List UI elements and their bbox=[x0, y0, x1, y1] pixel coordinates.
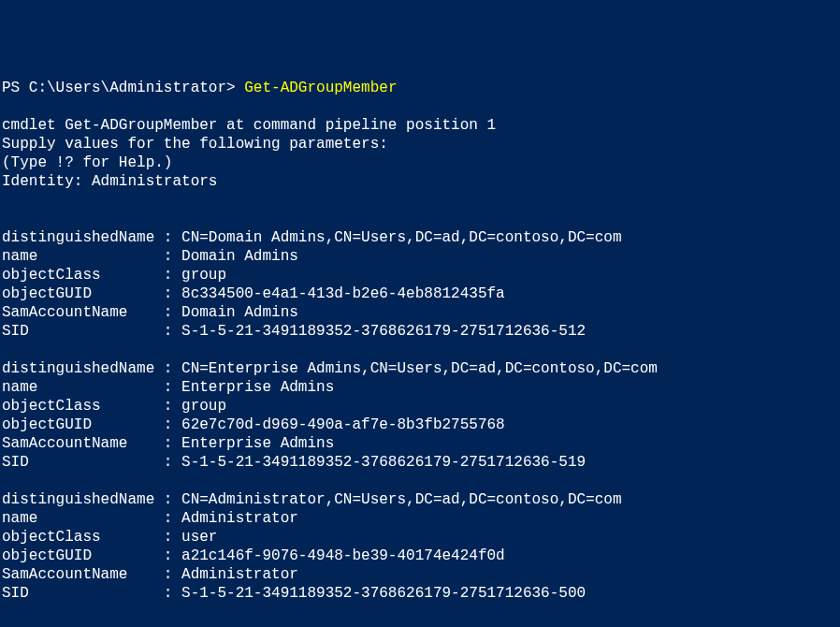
output-header-4: Identity: Administrators bbox=[2, 173, 217, 190]
command-text: Get-ADGroupMember bbox=[244, 80, 397, 96]
terminal-content[interactable]: PS C:\Users\Administrator> Get-ADGroupMe… bbox=[2, 79, 838, 627]
output-header-2: Supply values for the following paramete… bbox=[2, 136, 388, 153]
record-field: SID : S-1-5-21-3491189352-3768626179-275… bbox=[2, 585, 586, 602]
record-field: name : Domain Admins bbox=[2, 248, 298, 265]
record-field: objectGUID : a21c146f-9076-4948-be39-401… bbox=[2, 547, 505, 564]
record-field: SamAccountName : Domain Admins bbox=[2, 304, 298, 321]
output-header-3: (Type !? for Help.) bbox=[2, 154, 172, 171]
output-header-1: cmdlet Get-ADGroupMember at command pipe… bbox=[2, 117, 496, 134]
record-field: objectClass : user bbox=[2, 529, 217, 546]
record-field: SID : S-1-5-21-3491189352-3768626179-275… bbox=[2, 454, 586, 471]
record-field: distinguishedName : CN=Enterprise Admins… bbox=[2, 360, 658, 377]
record-field: name : Administrator bbox=[2, 510, 298, 527]
record-field: objectClass : group bbox=[2, 398, 226, 415]
command-line-1: PS C:\Users\Administrator> Get-ADGroupMe… bbox=[2, 80, 397, 96]
record-field: name : Enterprise Admins bbox=[2, 379, 334, 396]
record-field: SamAccountName : Enterprise Admins bbox=[2, 435, 334, 452]
record-field: objectGUID : 62e7c70d-d969-490a-af7e-8b3… bbox=[2, 416, 505, 433]
record-field: SamAccountName : Administrator bbox=[2, 566, 298, 583]
record-field: distinguishedName : CN=Administrator,CN=… bbox=[2, 491, 622, 508]
record-field: objectClass : group bbox=[2, 267, 226, 284]
record-field: SID : S-1-5-21-3491189352-3768626179-275… bbox=[2, 323, 586, 340]
prompt-text: PS C:\Users\Administrator> bbox=[2, 80, 244, 96]
record-field: distinguishedName : CN=Domain Admins,CN=… bbox=[2, 229, 622, 246]
record-field: objectGUID : 8c334500-e4a1-413d-b2e6-4eb… bbox=[2, 285, 505, 302]
